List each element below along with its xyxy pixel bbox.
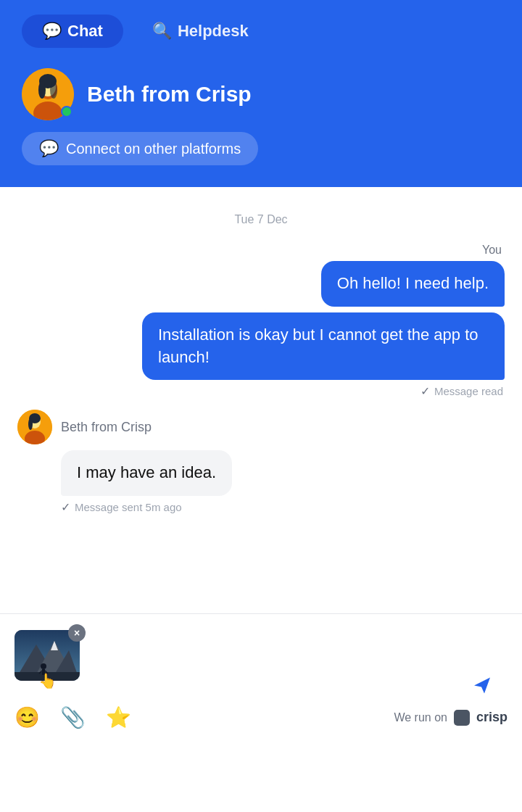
sender-label-you: You [482, 244, 505, 257]
messenger-icon: 💬 [39, 139, 59, 158]
star-button[interactable]: ⭐ [106, 705, 131, 729]
bubble-agent-1: I may have an idea. [61, 450, 232, 496]
agent-avatar-wrapper [22, 68, 74, 120]
toolbar-left: 😊 📎 ⭐ [14, 705, 131, 729]
message-sent-label: Message sent 5m ago [75, 501, 182, 513]
message-sent-status: ✓ Message sent 5m ago [61, 500, 182, 514]
connect-platforms-label: Connect on other platforms [66, 141, 241, 157]
message-read-label: Message read [434, 385, 503, 397]
svg-point-6 [50, 81, 57, 99]
connect-platforms-button[interactable]: 💬 Connect on other platforms [22, 132, 258, 165]
agent-name: Beth from Crisp [87, 82, 252, 107]
agent-msg-header: Beth from Crisp [17, 410, 152, 444]
helpdesk-tab-icon: 🔍 [152, 22, 172, 41]
input-area: × 👆 [0, 620, 522, 695]
send-button[interactable] [471, 675, 493, 702]
crisp-icon [454, 710, 470, 726]
agent-message-1: Beth from Crisp I may have an idea. ✓ Me… [17, 410, 505, 514]
message-read-status: ✓ Message read [420, 384, 505, 398]
svg-point-18 [41, 663, 46, 669]
checkmark-agent-icon: ✓ [61, 500, 70, 514]
date-divider: Tue 7 Dec [17, 213, 505, 226]
cursor-icon: 👆 [38, 672, 57, 689]
chat-tab-label: Chat [67, 22, 103, 41]
toolbar: 😊 📎 ⭐ We run on crisp [0, 695, 522, 741]
input-divider [0, 613, 522, 614]
svg-point-5 [38, 81, 46, 99]
checkmark-icon: ✓ [420, 384, 430, 398]
user-message-1: You Oh hello! I need help. [17, 244, 505, 307]
svg-point-11 [28, 418, 33, 430]
attachment-preview: × 👆 [14, 630, 80, 681]
bubble-user-1: Oh hello! I need help. [321, 261, 505, 307]
chat-body: Tue 7 Dec You Oh hello! I need help. Ins… [0, 187, 522, 608]
bubble-user-2: Installation is okay but I cannot get th… [142, 312, 505, 381]
online-indicator [61, 106, 72, 117]
attachment-close-button[interactable]: × [68, 624, 86, 642]
agent-avatar-small [17, 410, 52, 444]
header: 💬 Chat 🔍 Helpdesk [0, 0, 522, 187]
emoji-button[interactable]: 😊 [14, 705, 40, 729]
tab-chat[interactable]: 💬 Chat [22, 14, 123, 48]
chat-tab-icon: 💬 [42, 22, 62, 41]
agent-name-small: Beth from Crisp [61, 420, 152, 435]
powered-by: We run on crisp [394, 710, 508, 726]
crisp-brand-label: crisp [476, 710, 508, 725]
agent-row: Beth from Crisp [22, 68, 500, 120]
helpdesk-tab-label: Helpdesk [178, 22, 249, 41]
powered-by-label: We run on [394, 711, 447, 724]
tab-row: 💬 Chat 🔍 Helpdesk [22, 14, 500, 48]
attachment-button[interactable]: 📎 [60, 705, 86, 729]
user-message-2: Installation is okay but I cannot get th… [17, 312, 505, 399]
tab-helpdesk[interactable]: 🔍 Helpdesk [132, 14, 269, 48]
